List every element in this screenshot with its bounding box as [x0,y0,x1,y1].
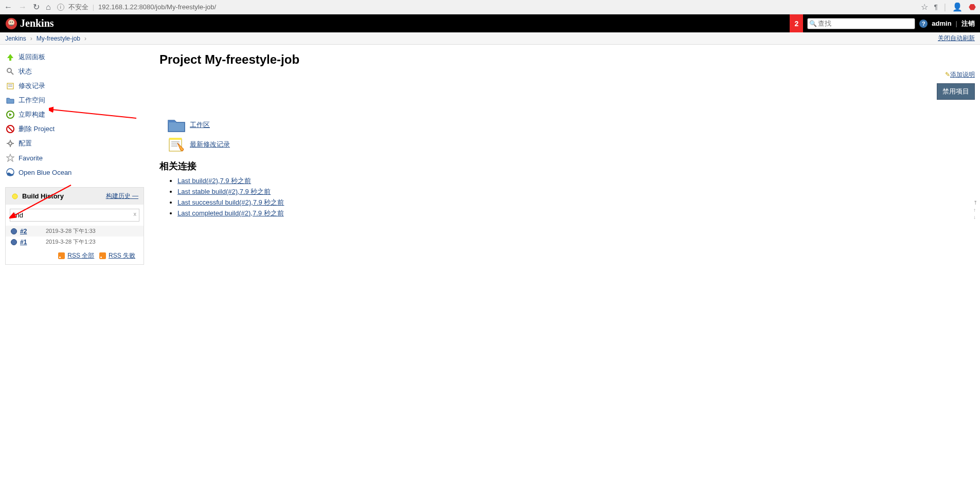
folder-icon [167,117,186,133]
jenkins-header: Jenkins 2 🔍 ? admin | 注销 [0,14,980,32]
build-find-input[interactable] [10,209,139,222]
svg-point-4 [7,68,11,72]
home-icon[interactable]: ⌂ [46,3,51,12]
svg-line-5 [11,72,13,75]
add-description-link[interactable]: 添加说明 [950,71,975,78]
translate-icon[interactable]: ¶ [934,3,938,11]
back-icon[interactable]: ← [4,3,12,12]
workspace-link-row: 工作区 [167,117,970,133]
browser-toolbar: ← → ↻ ⌂ i 不安全 | 192.168.1.22:8080/job/My… [0,0,980,14]
info-icon[interactable]: i [57,4,64,11]
disable-project-button[interactable]: 禁用项目 [937,83,975,100]
folder-icon [5,95,15,105]
sidebar-label: 返回面板 [19,52,45,62]
forward-icon[interactable]: → [19,3,27,12]
recent-changes-link[interactable]: 最新修改记录 [190,140,230,149]
rss-row: RSS 全部 RSS 失败 [6,247,144,264]
add-description: ✎添加说明 [945,70,975,79]
build-row[interactable]: #2 2019-3-28 下午1:33 [6,226,144,236]
related-links-title: 相关连接 [159,160,970,172]
sidebar-label: Favorite [19,154,43,162]
build-number-link[interactable]: #1 [20,239,35,246]
edit-icon: ✎ [945,71,950,78]
jenkins-logo-icon [5,17,17,30]
rss-fail-link[interactable]: RSS 失败 [109,252,135,259]
breadcrumb-root[interactable]: Jenkins [5,35,26,42]
chevron-right-icon: › [84,35,86,42]
svg-point-3 [12,22,13,23]
list-item: Last stable build(#2),7.9 秒之前 [177,187,970,196]
magnifier-icon [5,66,15,77]
last-build-link[interactable]: Last build(#2),7.9 秒之前 [177,177,251,185]
reload-icon[interactable]: ↻ [33,2,40,12]
build-history-panel: Build History 构建历史 — x #2 2019-3-28 下午1:… [5,187,144,265]
build-status-icon [11,228,17,234]
workspace-link[interactable]: 工作区 [190,120,210,130]
insecure-label: 不安全 [68,3,88,12]
last-successful-build-link[interactable]: Last successful build(#2),7.9 秒之前 [177,198,284,206]
search-input[interactable] [807,18,915,29]
changes-link-row: 最新修改记录 [167,137,970,152]
sidebar-label: 删除 Project [19,124,55,134]
sidebar-label: 修改记录 [19,81,45,90]
delete-icon [5,124,15,134]
sidebar-label: 状态 [19,67,32,76]
sidebar-item-delete[interactable]: 删除 Project [5,122,144,136]
list-item: Last completed build(#2),7.9 秒之前 [177,209,970,218]
jenkins-logo-text: Jenkins [20,17,54,29]
last-completed-build-link[interactable]: Last completed build(#2),7.9 秒之前 [177,209,284,217]
url-bar[interactable]: i 不安全 | 192.168.1.22:8080/job/My-freesty… [57,3,915,12]
up-arrow-icon [5,52,15,62]
auto-refresh-toggle[interactable]: 关闭自动刷新 [938,34,975,42]
notification-badge[interactable]: 2 [790,14,803,32]
svg-point-18 [12,194,17,199]
blue-ocean-icon [5,167,15,177]
last-stable-build-link[interactable]: Last stable build(#2),7.9 秒之前 [177,188,271,195]
page-title: Project My-freestyle-job [159,52,970,67]
jenkins-logo[interactable]: Jenkins [5,17,54,30]
sun-icon [11,192,19,201]
search-icon: 🔍 [809,20,817,27]
sidebar-item-changes[interactable]: 修改记录 [5,79,144,93]
sidebar-item-favorite[interactable]: Favorite [5,151,144,165]
sidebar-item-workspace[interactable]: 工作空间 [5,93,144,107]
build-date: 2019-3-28 下午1:33 [46,227,96,235]
gear-icon [5,138,15,149]
build-date: 2019-3-28 下午1:23 [46,238,96,246]
logout-link[interactable]: 注销 [961,19,975,28]
main-panel: Project My-freestyle-job ✎添加说明 禁用项目 工作区 … [149,45,980,270]
sidebar-item-blue-ocean[interactable]: Open Blue Ocean [5,165,144,179]
sidebar-item-build-now[interactable]: 立即构建 [5,107,144,122]
build-history-header: Build History 构建历史 — [6,188,144,205]
build-number-link[interactable]: #2 [20,228,35,235]
build-row[interactable]: #1 2019-3-28 下午1:23 [6,236,144,247]
build-status-icon [11,239,17,245]
sidebar-item-status[interactable]: 状态 [5,64,144,79]
sidebar-label: Open Blue Ocean [19,169,72,176]
sidebar-label: 立即构建 [19,110,45,119]
account-icon[interactable]: 👤 [952,2,963,12]
sidebar-label: 配置 [19,139,32,148]
user-link[interactable]: admin [932,20,951,27]
sidebar-item-back[interactable]: 返回面板 [5,50,144,64]
related-links-list: Last build(#2),7.9 秒之前 Last stable build… [177,176,970,218]
svg-rect-20 [169,138,182,140]
browser-nav: ← → ↻ ⌂ [4,2,51,12]
clear-input-icon[interactable]: x [134,211,137,217]
rss-icon [99,252,106,259]
build-trend-link[interactable]: 构建历史 — [106,192,138,201]
sidebar-label: 工作空间 [19,96,45,105]
breadcrumb: Jenkins › My-freestyle-job › 关闭自动刷新 [0,32,980,45]
rss-all-link[interactable]: RSS 全部 [67,252,94,259]
build-history-title: Build History [22,192,64,200]
notepad-edit-icon [167,137,186,152]
ext-icon[interactable]: ⬣ [969,2,976,12]
sidebar-item-configure[interactable]: 配置 [5,136,144,151]
help-icon[interactable]: ? [919,20,928,28]
browser-actions: ☆ ¶ | 👤 ⬣ [921,2,976,12]
star-icon[interactable]: ☆ [921,2,928,12]
breadcrumb-job[interactable]: My-freestyle-job [37,35,80,42]
sidebar: 返回面板 状态 修改记录 工作空间 立即构建 删除 Project 配置 Fa [0,45,149,270]
svg-point-2 [10,22,11,23]
list-item: Last successful build(#2),7.9 秒之前 [177,198,970,207]
